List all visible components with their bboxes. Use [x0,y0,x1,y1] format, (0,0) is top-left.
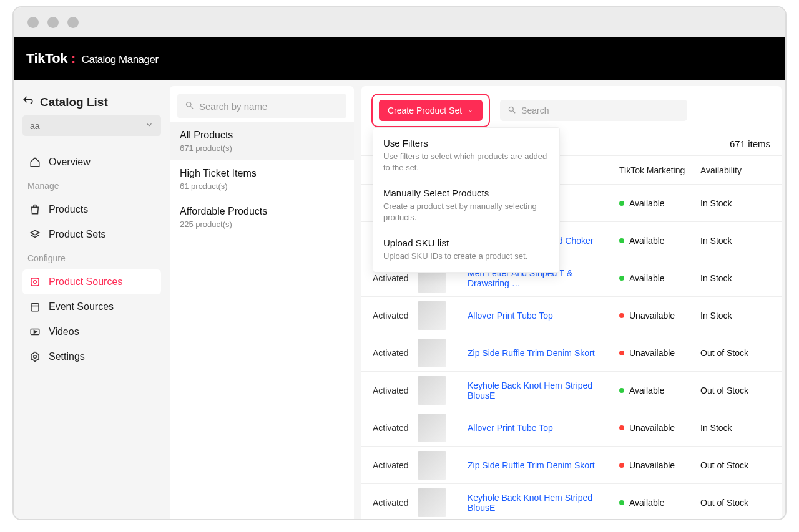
row-product-name: Zip Side Ruffle Trim Denim Skort [468,460,619,470]
status-dot-icon [619,351,624,355]
row-product-name: Allover Print Tube Top [468,311,619,321]
row-thumbnail [418,488,468,517]
brand-name: TikTok [26,51,67,67]
row-status: Activated [361,423,418,433]
product-link[interactable]: Zip Side Ruffle Trim Denim Skort [468,348,595,358]
sidebar-item-overview[interactable]: Overview [22,150,161,175]
row-availability: Out of Stock [700,348,782,358]
row-status: Activated [361,273,418,283]
sidebar-item-label: Videos [49,326,79,337]
svg-rect-3 [31,304,39,311]
home-icon [29,156,41,168]
row-availability: Out of Stock [700,498,782,508]
layers-icon [29,228,41,241]
row-marketing: Available [619,236,700,246]
sidebar-item-label: Overview [49,157,91,168]
create-option-desc: Upload SKU IDs to create a product set. [383,251,549,262]
sidebar-section-configure: Configure [22,251,161,266]
chevron-down-icon [467,107,474,114]
catalog-select-value: aa [30,121,40,131]
product-set-name: All Products [180,130,344,141]
sidebar-item-label: Product Sets [49,229,106,240]
row-product-name: Keyhole Back Knot Hem Striped BlousE [468,380,619,400]
status-dot-icon [619,425,624,430]
products-search[interactable] [500,100,687,121]
table-row: ActivatedZip Side Ruffle Trim Denim Skor… [361,447,782,484]
sidebar-item-label: Event Sources [49,301,114,312]
row-status: Activated [361,311,418,321]
sidebar-item-settings[interactable]: Settings [22,344,161,369]
gear-icon [29,351,41,363]
product-set-item[interactable]: High Ticket Items61 product(s) [170,160,354,198]
product-thumb [418,488,446,517]
sidebar-title: Catalog List [40,95,108,109]
sidebar-item-products[interactable]: Products [22,197,161,222]
product-set-search[interactable] [177,94,346,118]
app-logo: TikTok: Catalog Manager [26,51,159,67]
row-availability: In Stock [700,198,782,208]
calendar-icon [29,301,41,313]
svg-marker-7 [31,352,39,362]
back-icon[interactable] [22,95,34,109]
sidebar-item-product-sources[interactable]: Product Sources [22,269,161,294]
search-icon [185,100,194,112]
create-option[interactable]: Manually Select ProductsCreate a product… [373,180,559,230]
row-status: Activated [361,385,418,395]
product-thumb [418,376,446,405]
sidebar: Catalog List aa Overview Manage Produ [14,80,170,519]
product-set-search-input[interactable] [199,101,339,112]
app-body: Catalog List aa Overview Manage Produ [14,80,785,519]
svg-point-13 [509,107,513,111]
table-row: ActivatedZip Side Ruffle Trim Denim Skor… [361,334,782,372]
row-availability: In Stock [700,236,782,246]
table-row: ActivatedKeyhole Back Knot Hem Striped B… [361,484,782,519]
sidebar-heading: Catalog List [22,95,161,109]
product-link[interactable]: Allover Print Tube Top [468,423,553,433]
sidebar-item-videos[interactable]: Videos [22,319,161,344]
product-set-item[interactable]: All Products671 product(s) [170,122,354,160]
bag-icon [29,203,41,216]
product-set-count: 61 product(s) [180,181,344,191]
products-search-input[interactable] [521,105,680,115]
app-name: Catalog Manager [82,54,159,66]
product-link[interactable]: Zip Side Ruffle Trim Denim Skort [468,460,595,470]
svg-marker-0 [31,230,39,235]
status-dot-icon [619,238,624,243]
product-link[interactable]: Keyhole Back Knot Hem Striped BlousE [468,493,592,513]
row-thumbnail [418,414,468,442]
product-link[interactable]: Keyhole Back Knot Hem Striped BlousE [468,380,592,400]
row-status: Activated [361,460,418,470]
svg-rect-1 [31,278,39,286]
status-dot-icon [619,500,624,505]
product-set-count: 225 product(s) [180,220,344,229]
row-marketing: Unavailable [619,348,700,358]
row-marketing: Available [619,498,700,508]
product-set-item[interactable]: Affordable Products225 product(s) [170,198,354,236]
product-thumb [418,339,446,367]
svg-line-10 [190,106,193,109]
sidebar-item-event-sources[interactable]: Event Sources [22,294,161,319]
row-availability: In Stock [700,311,782,321]
create-option-title: Manually Select Products [383,188,549,198]
app-header: TikTok: Catalog Manager [14,37,785,80]
svg-point-8 [34,355,37,359]
create-product-set-highlight: Create Product Set Use FiltersUse filter… [371,94,490,127]
svg-point-2 [34,281,37,284]
col-availability: Availability [700,165,782,175]
video-icon [29,326,41,338]
sidebar-item-product-sets[interactable]: Product Sets [22,222,161,247]
row-availability: Out of Stock [700,385,782,395]
row-marketing: Available [619,385,700,395]
row-thumbnail [418,376,468,405]
status-dot-icon [619,201,624,206]
catalog-select[interactable]: aa [22,115,161,136]
create-option[interactable]: Upload SKU listUpload SKU IDs to create … [373,230,559,269]
product-link[interactable]: Allover Print Tube Top [468,311,553,321]
create-product-set-button[interactable]: Create Product Set [379,100,483,121]
product-set-count: 671 product(s) [180,143,344,153]
col-marketing: TikTok Marketing [619,165,700,175]
sidebar-item-label: Settings [49,351,85,362]
product-set-panel: All Products671 product(s)High Ticket It… [170,86,354,519]
create-option[interactable]: Use FiltersUse filters to select which p… [373,130,559,180]
svg-point-9 [187,102,192,107]
